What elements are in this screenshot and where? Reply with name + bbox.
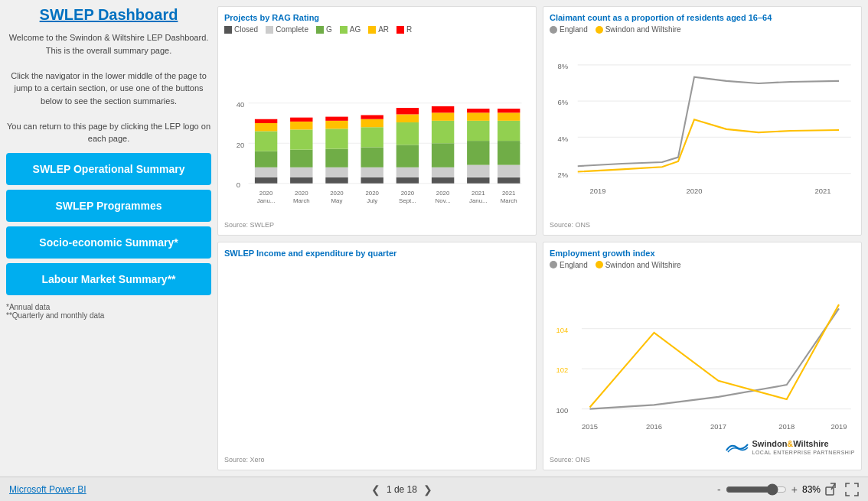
operational-summary-button[interactable]: SWLEP Operational Summary	[6, 153, 211, 185]
zoom-plus-button[interactable]: +	[791, 483, 798, 496]
svg-text:20: 20	[237, 141, 245, 149]
logo-text-container: Swindon&Wiltshire LOCAL ENTERPRISE PARTN…	[752, 439, 855, 456]
legend-sw-claimant: Swindon and Wiltshire	[596, 25, 681, 34]
legend-g: G	[316, 25, 332, 34]
svg-rect-56	[467, 141, 489, 165]
next-page-button[interactable]: ❯	[423, 483, 432, 496]
svg-text:2018: 2018	[778, 421, 795, 430]
claimant-chart-source: Source: ONS	[550, 221, 855, 229]
svg-rect-41	[396, 122, 419, 145]
rag-chart-title: Projects by RAG Rating	[224, 13, 530, 22]
powerbi-link[interactable]: Microsoft Power BI	[9, 484, 86, 495]
employment-svg: 100 102 104 2015 2016 2017 2018 2019	[550, 272, 855, 454]
claimant-chart-legend: England Swindon and Wiltshire	[550, 25, 855, 34]
svg-rect-31	[361, 168, 383, 177]
svg-rect-8	[255, 151, 277, 168]
svg-rect-63	[498, 165, 520, 177]
svg-rect-6	[255, 177, 277, 184]
svg-text:Sept...: Sept...	[399, 197, 416, 204]
svg-rect-51	[432, 106, 454, 112]
bottom-icons	[825, 483, 859, 496]
sww-logo: Swindon&Wiltshire LOCAL ENTERPRISE PARTN…	[725, 439, 855, 456]
logo-subtitle: LOCAL ENTERPRISE PARTNERSHIP	[752, 450, 855, 456]
svg-rect-65	[498, 121, 520, 141]
svg-rect-67	[498, 109, 520, 112]
svg-rect-22	[325, 177, 348, 184]
logo-icon	[725, 440, 749, 455]
svg-rect-39	[396, 168, 419, 177]
rag-svg: 0 20 40	[224, 37, 530, 218]
legend-r: R	[396, 25, 412, 34]
income-chart-source: Source: Xero	[224, 456, 530, 464]
svg-rect-64	[498, 141, 520, 165]
zoom-minus-button[interactable]: -	[717, 483, 721, 496]
welcome-text: Welcome to the Swindon & Wiltshire LEP D…	[6, 31, 211, 145]
zoom-bar: - + 83%	[717, 483, 859, 496]
socioeconomic-summary-button[interactable]: Socio-economic Summary*	[6, 226, 211, 259]
svg-text:Janu...: Janu...	[257, 197, 276, 204]
fullscreen-icon[interactable]	[845, 483, 859, 496]
employment-chart-inner: 100 102 104 2015 2016 2017 2018 2019	[550, 272, 855, 454]
svg-rect-40	[396, 145, 419, 167]
share-icon[interactable]	[825, 483, 839, 496]
income-chart-title: SWLEP Income and expenditure by quarter	[224, 249, 530, 258]
svg-rect-16	[290, 150, 312, 168]
svg-rect-49	[432, 121, 454, 143]
svg-rect-32	[361, 148, 383, 168]
svg-rect-17	[290, 129, 312, 149]
legend-england-employment-color	[550, 261, 557, 268]
svg-text:104: 104	[556, 325, 568, 333]
svg-text:Janu...: Janu...	[469, 197, 488, 204]
charts-area: Projects by RAG Rating Closed Complete G	[217, 6, 862, 470]
svg-rect-23	[325, 168, 348, 177]
footnotes: *Annual data **Quarterly and monthly dat…	[6, 303, 211, 320]
svg-rect-27	[325, 117, 348, 121]
page-info: 1 de 18	[387, 484, 417, 495]
legend-ar-color	[368, 26, 376, 34]
legend-sw-employment-color	[596, 261, 603, 268]
svg-rect-55	[467, 165, 489, 177]
svg-text:2017: 2017	[710, 421, 726, 430]
content-area: SWLEP Dashboard Welcome to the Swindon &…	[0, 0, 868, 477]
svg-rect-24	[325, 149, 348, 168]
claimant-chart-card: Claimant count as a proportion of reside…	[543, 6, 862, 236]
svg-text:2020: 2020	[365, 190, 379, 197]
programmes-button[interactable]: SWLEP Programmes	[6, 190, 211, 222]
employment-chart-title: Employment growth index	[550, 249, 855, 258]
prev-page-button[interactable]: ❮	[371, 483, 380, 496]
income-chart-card: SWLEP Income and expenditure by quarter …	[217, 242, 537, 471]
left-panel: SWLEP Dashboard Welcome to the Swindon &…	[6, 6, 211, 470]
svg-text:100: 100	[556, 405, 568, 414]
svg-text:2020: 2020	[259, 190, 273, 197]
svg-text:2020: 2020	[330, 190, 344, 197]
svg-rect-48	[432, 143, 454, 168]
claimant-svg: 8% 6% 4% 2% 2019 2020 2021	[550, 37, 855, 218]
svg-text:2020: 2020	[295, 190, 308, 197]
rag-chart-source: Source: SWLEP	[224, 221, 530, 229]
legend-ar: AR	[368, 25, 389, 34]
employment-chart-source: Source: ONS	[550, 456, 855, 464]
svg-rect-30	[361, 177, 383, 184]
legend-sw-employment: Swindon and Wiltshire	[596, 261, 681, 269]
svg-rect-9	[255, 132, 277, 151]
legend-closed: Closed	[224, 25, 258, 34]
svg-text:May: May	[331, 197, 343, 204]
svg-rect-47	[432, 168, 454, 177]
zoom-slider[interactable]	[726, 483, 787, 496]
svg-rect-50	[432, 112, 454, 121]
labour-market-summary-button[interactable]: Labour Market Summary**	[6, 263, 211, 295]
legend-complete: Complete	[266, 25, 308, 34]
svg-rect-57	[467, 121, 489, 141]
svg-rect-54	[467, 177, 489, 184]
rag-chart-inner: 0 20 40	[224, 37, 530, 218]
legend-complete-color	[266, 26, 273, 34]
svg-text:0: 0	[237, 181, 240, 189]
svg-text:2019: 2019	[590, 187, 606, 195]
employment-chart-card: Employment growth index England Swindon …	[543, 242, 862, 471]
dashboard-title[interactable]: SWLEP Dashboard	[6, 6, 211, 24]
svg-rect-7	[255, 168, 277, 177]
income-chart-inner	[224, 261, 530, 454]
legend-england-claimant-color	[550, 26, 557, 34]
svg-rect-26	[325, 121, 348, 129]
main-container: SWLEP Dashboard Welcome to the Swindon &…	[0, 0, 868, 501]
